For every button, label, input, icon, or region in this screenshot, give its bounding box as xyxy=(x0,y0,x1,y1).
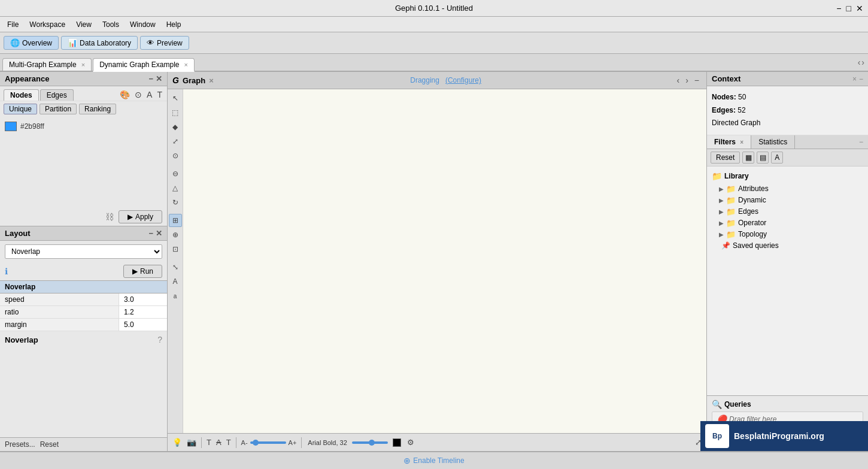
cursor-tool[interactable]: ↖ xyxy=(169,92,182,105)
ranking-tab-label: Ranking xyxy=(84,105,111,113)
filters-icon-btn2[interactable]: ▤ xyxy=(757,152,769,164)
graph-nav-right[interactable]: › xyxy=(683,74,691,86)
tab-arrow-left[interactable]: ‹ xyxy=(858,58,861,67)
configure-link[interactable]: (Configure) xyxy=(445,76,481,84)
context-close[interactable]: × xyxy=(852,75,857,83)
filters-icon-btn3[interactable]: A xyxy=(771,152,783,164)
param-margin-value[interactable]: 5.0 xyxy=(119,319,167,331)
settings-btn[interactable]: ⚙ xyxy=(406,437,415,448)
param-speed-value[interactable]: 3.0 xyxy=(119,293,167,305)
size-thumb[interactable] xyxy=(253,440,259,446)
filters-tab-close[interactable]: × xyxy=(740,139,743,146)
overview-button[interactable]: 🌐 Overview xyxy=(4,36,59,50)
graph-close[interactable]: × xyxy=(209,76,214,85)
filters-tab[interactable]: Filters × xyxy=(707,135,751,149)
tree-item-operator[interactable]: ▶ 📁 Operator xyxy=(707,217,868,229)
paint-tool[interactable]: ◆ xyxy=(169,120,182,134)
tab-arrow-right[interactable]: › xyxy=(861,58,864,67)
data-laboratory-button[interactable]: 📊 Data Laboratory xyxy=(61,36,138,50)
rotate-tool[interactable]: ↻ xyxy=(169,196,182,209)
tree-item-topology[interactable]: ▶ 📁 Topology xyxy=(707,229,868,240)
tree-arrow-edges[interactable]: ▶ xyxy=(719,208,724,215)
apply-button[interactable]: ▶ Apply xyxy=(119,210,162,223)
font-tool[interactable]: A xyxy=(169,275,182,288)
light-tool[interactable]: 💡 xyxy=(171,437,183,448)
operator-folder-icon: 📁 xyxy=(726,219,736,228)
size-track[interactable] xyxy=(250,441,286,444)
show-text-tool[interactable]: T xyxy=(225,437,232,448)
ranking-tab[interactable]: Ranking xyxy=(79,104,116,114)
layout-minimize[interactable]: − xyxy=(148,229,153,238)
menu-window[interactable]: Window xyxy=(125,19,160,30)
minimize-button[interactable]: − xyxy=(836,4,841,13)
font-thumb[interactable] xyxy=(369,440,375,446)
hide-labels-tool[interactable]: A xyxy=(215,437,223,448)
right-tab-max[interactable]: − xyxy=(854,135,868,149)
lasso-tool[interactable]: ⊙ xyxy=(169,149,182,162)
direct-cursor-tool[interactable]: ⤢ xyxy=(169,135,182,148)
context-maximize[interactable]: − xyxy=(859,75,863,83)
screenshot-tool[interactable]: ⤡ xyxy=(169,261,182,274)
color-swatch[interactable] xyxy=(5,122,17,131)
tab-multigraph[interactable]: Multi-Graph Example × xyxy=(2,58,92,71)
enable-timeline[interactable]: ⊕ Enable Timeline xyxy=(403,456,464,465)
queries-icon: 🔍 xyxy=(712,400,722,409)
appearance-header: Appearance − ✕ xyxy=(0,72,167,86)
filters-reset-button[interactable]: Reset xyxy=(711,152,740,164)
unique-tab[interactable]: Unique xyxy=(4,104,37,114)
layout-close[interactable]: ✕ xyxy=(156,229,162,238)
edges-tab[interactable]: Edges xyxy=(40,89,74,101)
graph-nav-minimize[interactable]: − xyxy=(692,74,702,86)
tab-multigraph-close[interactable]: × xyxy=(81,61,85,68)
run-button[interactable]: ▶ Run xyxy=(123,265,162,278)
color-icon-tab[interactable]: 🎨 xyxy=(119,89,131,101)
nodes-tab[interactable]: Nodes xyxy=(4,89,39,101)
appearance-minimize[interactable]: − xyxy=(148,74,153,83)
tree-item-dynamic[interactable]: ▶ 📁 Dynamic xyxy=(707,195,868,206)
menu-tools[interactable]: Tools xyxy=(98,19,124,30)
label-color-icon-tab[interactable]: A xyxy=(145,89,153,101)
layout-info-icon[interactable]: ℹ xyxy=(5,267,8,276)
graph-nav-left[interactable]: ‹ xyxy=(674,74,682,86)
zoom-center-tool[interactable]: ⊡ xyxy=(169,243,182,256)
tree-arrow-topology[interactable]: ▶ xyxy=(719,231,724,238)
tree-item-edges[interactable]: ▶ 📁 Edges xyxy=(707,206,868,217)
reset-button[interactable]: Reset xyxy=(40,440,59,449)
menu-file[interactable]: File xyxy=(2,19,23,30)
tab-multigraph-label: Multi-Graph Example xyxy=(9,60,77,69)
statistics-tab[interactable]: Statistics xyxy=(751,135,795,149)
drag-tool[interactable]: ⊞ xyxy=(169,214,182,227)
maximize-button[interactable]: □ xyxy=(846,4,851,13)
label-size-icon-tab[interactable]: T xyxy=(156,89,163,101)
screenshot-btn[interactable]: 📷 xyxy=(186,437,198,448)
menu-workspace[interactable]: Workspace xyxy=(25,19,70,30)
tree-arrow-operator[interactable]: ▶ xyxy=(719,220,724,226)
filters-icon-btn1[interactable]: ▦ xyxy=(742,152,754,164)
tab-dynamic-graph-close[interactable]: × xyxy=(184,61,188,68)
menu-help[interactable]: Help xyxy=(162,19,186,30)
preview-button[interactable]: 👁 Preview xyxy=(140,36,189,50)
size-icon-tab[interactable]: ⊙ xyxy=(133,89,143,101)
appearance-close[interactable]: ✕ xyxy=(156,74,162,83)
zoom-reset-tool[interactable]: △ xyxy=(169,181,182,195)
size-plus[interactable]: A+ xyxy=(287,438,298,447)
tree-item-attributes[interactable]: ▶ 📁 Attributes xyxy=(707,183,868,195)
size-minus[interactable]: A- xyxy=(240,438,249,447)
edge-tool[interactable]: ⊕ xyxy=(169,228,182,241)
select-rect-tool[interactable]: ⬚ xyxy=(169,106,182,119)
partition-tab[interactable]: Partition xyxy=(40,104,77,114)
font-small-tool[interactable]: a xyxy=(169,289,182,302)
layout-select[interactable]: Noverlap xyxy=(5,244,162,259)
menu-view[interactable]: View xyxy=(71,19,96,30)
color-box[interactable] xyxy=(393,438,401,447)
param-ratio-value[interactable]: 1.2 xyxy=(119,306,167,318)
text-tool[interactable]: T xyxy=(205,437,213,448)
zoom-minus-tool[interactable]: ⊖ xyxy=(169,167,182,180)
presets-button[interactable]: Presets... xyxy=(5,440,35,449)
tree-arrow-attributes[interactable]: ▶ xyxy=(719,186,724,192)
close-button[interactable]: ✕ xyxy=(856,4,863,13)
tree-arrow-dynamic[interactable]: ▶ xyxy=(719,197,724,204)
help-icon[interactable]: ? xyxy=(157,335,162,344)
tab-dynamic-graph[interactable]: Dynamic Graph Example × xyxy=(93,58,195,72)
font-track[interactable] xyxy=(352,441,388,444)
